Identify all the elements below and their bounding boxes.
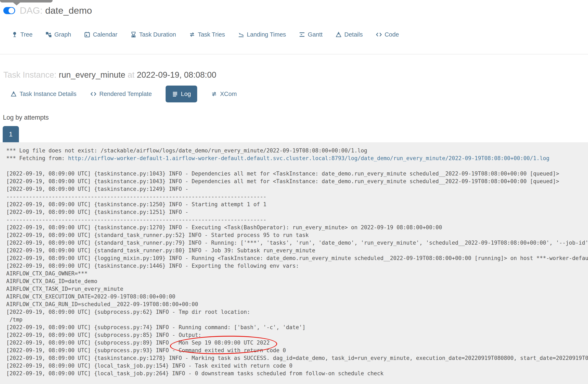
log-line: [2022-09-19, 08:09:00 UTC] {subprocess.p… [6,347,588,354]
dag-view-tabs: TreeGraphCalendarTask DurationTask Tries… [11,31,399,38]
tab-task-instance-details[interactable]: Task Instance Details [10,91,76,97]
dag-name: date_demo [45,5,92,16]
log-line: [2022-09-19, 08:09:00 UTC] {subprocess.p… [6,331,588,339]
tab-log[interactable]: Log [166,85,197,102]
log-line: [2022-09-19, 08:09:00 UTC] {subprocess.p… [6,339,588,347]
nav-tab-landing-times[interactable]: Landing Times [238,31,286,38]
task-instance-name: run_every_minute [59,70,125,79]
nav-tab-label: Code [385,31,399,38]
log-line: [2022-09-19, 08:09:00 UTC] {standard_tas… [6,239,588,247]
log-line: ----------------------------------------… [6,216,588,224]
log-line: [2022-09-19, 08:09:00 UTC] {taskinstance… [6,354,588,362]
nav-tab-code[interactable]: Code [376,31,399,38]
log-line: [2022-09-19, 08:09:00 UTC] {subprocess.p… [6,323,588,331]
log-output-panel[interactable]: *** Log file does not exist: /stackable/… [0,142,588,384]
retry-icon [189,31,195,38]
log-line [6,162,588,170]
log-line: [2022-09-19, 08:09:00 UTC] {subprocess.p… [6,308,588,316]
log-line: /tmp [6,316,588,323]
log-link[interactable]: http://airflow-worker-default-1.airflow-… [68,155,549,161]
nav-tab-label: Task Tries [198,31,225,38]
log-line: AIRFLOW_CTX_TASK_ID=run_every_minute [6,285,588,293]
task-instance-tabs: Task Instance DetailsRendered TemplateLo… [10,85,237,102]
log-line: *** Fetching from: http://airflow-worker… [6,155,588,162]
gantt-icon [299,31,305,38]
header-divider [0,54,588,54]
code-icon [376,31,382,38]
log-line: [2022-09-19, 08:09:00 UTC] {local_task_j… [6,362,588,370]
landing-icon [238,31,244,38]
graph-icon [45,31,52,38]
nav-tab-label: Landing Times [247,31,286,38]
page-title: DAG: date_demo [20,6,92,15]
log-by-attempts-heading: Log by attempts [3,114,49,121]
dag-pause-toggle[interactable] [3,7,15,14]
log-line: AIRFLOW_CTX_EXECUTION_DATE=2022-09-19T08… [6,293,588,301]
code-icon [90,91,97,97]
task-instance-datetime: 2022-09-19, 08:08:00 [137,70,216,79]
log-line: [2022-09-19, 08:09:00 UTC] {logging_mixi… [6,254,588,262]
log-line: ----------------------------------------… [6,193,588,201]
tab-label: Rendered Template [99,91,152,97]
attempt-1-button[interactable]: 1 [3,126,19,142]
nav-tab-label: Graph [54,31,71,38]
at-label: at [127,70,134,79]
log-line: [2022-09-19, 08:09:00 UTC] {taskinstance… [6,208,588,216]
nav-tab-task-duration[interactable]: Task Duration [130,31,176,38]
log-line: [2022-09-19, 08:09:00 UTC] {local_task_j… [6,370,588,377]
log-line: AIRFLOW_CTX_DAG_OWNER=*** [6,270,588,278]
nav-tab-tree[interactable]: Tree [11,31,33,38]
toggle-knob [8,8,14,14]
dag-header: DAG: date_demo [3,6,92,15]
log-line: [2022-09-19, 08:09:00 UTC] {taskinstance… [6,178,588,185]
tab-label: Log [181,91,191,97]
log-icon [172,91,178,97]
log-line: [2022-09-19, 08:09:00 UTC] {taskinstance… [6,262,588,270]
log-line: [2022-09-19, 08:09:00 UTC] {taskinstance… [6,201,588,208]
nav-tab-label: Details [344,31,363,38]
xcom-icon [211,91,217,97]
log-line: AIRFLOW_CTX_DAG_ID=date_demo [6,278,588,285]
tooltip-remnant [0,0,53,2]
tab-rendered-template[interactable]: Rendered Template [90,91,152,97]
nav-tab-label: Task Duration [139,31,176,38]
details-icon [10,91,17,97]
log-line: [2022-09-19, 08:09:00 UTC] {taskinstance… [6,170,588,178]
nav-tab-label: Tree [20,31,33,38]
nav-tab-label: Gantt [308,31,322,38]
nav-tab-label: Calendar [93,31,117,38]
log-line: *** Log file does not exist: /stackable/… [6,147,588,155]
nav-tab-graph[interactable]: Graph [45,31,71,38]
tab-label: XCom [220,91,237,97]
log-text: *** Log file does not exist: /stackable/… [0,142,588,377]
log-line: [2022-09-19, 08:09:00 UTC] {standard_tas… [6,231,588,239]
airflow-task-log-page: DAG: date_demo TreeGraphCalendarTask Dur… [0,0,588,384]
calendar-icon [84,31,90,38]
nav-tab-gantt[interactable]: Gantt [299,31,322,38]
hourglass-icon [130,31,137,38]
nav-tab-task-tries[interactable]: Task Tries [189,31,225,38]
task-instance-label: Task Instance: [3,70,57,79]
dag-label: DAG: [20,5,42,16]
tab-label: Task Instance Details [20,91,76,97]
details-icon [335,31,342,38]
log-line: [2022-09-19, 08:09:00 UTC] {taskinstance… [6,224,588,231]
nav-tab-details[interactable]: Details [335,31,363,38]
attempt-tabs: 1 [3,126,19,142]
tab-xcom[interactable]: XCom [211,91,237,97]
log-line: [2022-09-19, 08:09:00 UTC] {taskinstance… [6,185,588,193]
nav-tab-calendar[interactable]: Calendar [84,31,117,38]
task-instance-heading: Task Instance: run_every_minute at 2022-… [3,70,216,79]
log-line: AIRFLOW_CTX_DAG_RUN_ID=scheduled__2022-0… [6,301,588,308]
tooltip-arrow [13,2,20,5]
log-line: [2022-09-19, 08:09:00 UTC] {standard_tas… [6,247,588,254]
pin-icon [11,31,18,38]
